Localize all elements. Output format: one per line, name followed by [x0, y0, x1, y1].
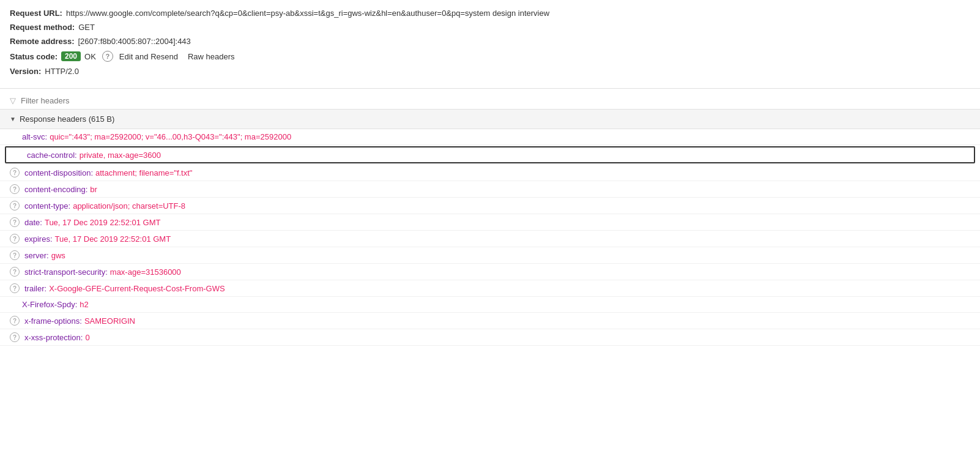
remote-address-value: [2607:f8b0:4005:807::2004]:443 [78, 37, 190, 46]
header-name: strict-transport-security: [24, 267, 108, 277]
status-badge: 200 [61, 51, 81, 61]
header-help-icon[interactable]: ? [10, 201, 20, 211]
version-label: Version: [10, 67, 41, 76]
placeholder-icon [12, 150, 22, 160]
header-help-icon[interactable]: ? [10, 316, 20, 326]
header-name: expires: [24, 234, 53, 244]
header-row: ?expires: Tue, 17 Dec 2019 22:52:01 GMT [0, 231, 980, 247]
header-help-icon[interactable]: ? [10, 217, 20, 227]
panel: Request URL: https://www.google.com/comp… [0, 0, 980, 84]
header-row: ?content-disposition: attachment; filena… [0, 165, 980, 181]
status-ok-text: OK [84, 52, 96, 61]
header-name: X-Firefox-Spdy: [22, 300, 77, 309]
header-name: content-type: [24, 201, 70, 211]
header-value: max-age=31536000 [110, 267, 181, 277]
header-row: ?date: Tue, 17 Dec 2019 22:52:01 GMT [0, 214, 980, 231]
header-value: h2 [80, 300, 88, 309]
request-method-value: GET [78, 23, 95, 32]
header-help-icon[interactable]: ? [10, 184, 20, 194]
header-help-icon[interactable]: ? [10, 234, 20, 244]
header-value: X-Google-GFE-Current-Request-Cost-From-G… [49, 284, 225, 293]
header-name: content-encoding: [24, 185, 87, 194]
header-row: ?server: gws [0, 247, 980, 264]
header-row: cache-control: private, max-age=3600 [5, 146, 975, 163]
header-value: br [90, 185, 97, 194]
header-value: quic=":443"; ma=2592000; v="46...00,h3-Q… [50, 132, 291, 141]
header-row: ?x-xss-protection: 0 [0, 329, 980, 346]
header-value: attachment; filename="f.txt" [95, 168, 192, 177]
header-help-icon[interactable]: ? [10, 168, 20, 177]
header-row: ?content-encoding: br [0, 181, 980, 198]
header-name: x-frame-options: [24, 316, 82, 326]
filter-icon: ▽ [10, 96, 16, 105]
request-url-label: Request URL: [10, 9, 62, 18]
headers-list: alt-svc: quic=":443"; ma=2592000; v="46.… [0, 129, 980, 346]
header-value: Tue, 17 Dec 2019 22:52:01 GMT [45, 218, 161, 227]
header-name: server: [24, 251, 49, 260]
request-method-row: Request method: GET [10, 20, 970, 34]
response-headers-section[interactable]: ▼ Response headers (615 B) [0, 110, 980, 129]
divider-1 [0, 88, 980, 89]
edit-resend-link[interactable]: Edit and Resend [119, 52, 178, 61]
header-value: SAMEORIGIN [84, 316, 135, 326]
header-name: x-xss-protection: [24, 333, 83, 342]
section-title: Response headers (615 B) [20, 114, 114, 124]
header-row: X-Firefox-Spdy: h2 [0, 297, 980, 313]
header-help-icon[interactable]: ? [10, 267, 20, 277]
header-help-icon[interactable]: ? [10, 332, 20, 342]
remote-address-row: Remote address: [2607:f8b0:4005:807::200… [10, 34, 970, 48]
status-help-icon[interactable]: ? [102, 51, 113, 62]
request-url-value: https://www.google.com/complete/search?q… [66, 9, 549, 18]
header-name: trailer: [24, 284, 46, 293]
header-row: ?trailer: X-Google-GFE-Current-Request-C… [0, 280, 980, 297]
version-row: Version: HTTP/2.0 [10, 64, 970, 78]
filter-row: ▽ [0, 92, 980, 110]
header-value: Tue, 17 Dec 2019 22:52:01 GMT [55, 234, 171, 244]
header-name: cache-control: [27, 151, 77, 160]
header-help-icon[interactable]: ? [10, 250, 20, 260]
header-name: alt-svc: [22, 132, 47, 141]
request-method-label: Request method: [10, 23, 75, 32]
request-url-row: Request URL: https://www.google.com/comp… [10, 6, 970, 20]
header-row: ?content-type: application/json; charset… [0, 198, 980, 214]
header-name: content-disposition: [24, 168, 93, 177]
raw-headers-link[interactable]: Raw headers [188, 52, 235, 61]
remote-address-label: Remote address: [10, 37, 74, 46]
header-row: ?strict-transport-security: max-age=3153… [0, 264, 980, 280]
chevron-icon: ▼ [10, 116, 16, 122]
status-code-row: Status code: 200 OK ? Edit and Resend Ra… [10, 48, 970, 64]
header-row: ?x-frame-options: SAMEORIGIN [0, 313, 980, 329]
header-help-icon[interactable]: ? [10, 283, 20, 293]
filter-input[interactable] [21, 96, 143, 105]
header-value: private, max-age=3600 [80, 151, 161, 160]
status-code-label: Status code: [10, 52, 58, 61]
header-value: application/json; charset=UTF-8 [73, 201, 185, 211]
header-value: 0 [85, 333, 89, 342]
version-value: HTTP/2.0 [45, 67, 79, 76]
header-name: date: [24, 218, 42, 227]
header-value: gws [51, 251, 65, 260]
header-row: alt-svc: quic=":443"; ma=2592000; v="46.… [0, 129, 980, 145]
